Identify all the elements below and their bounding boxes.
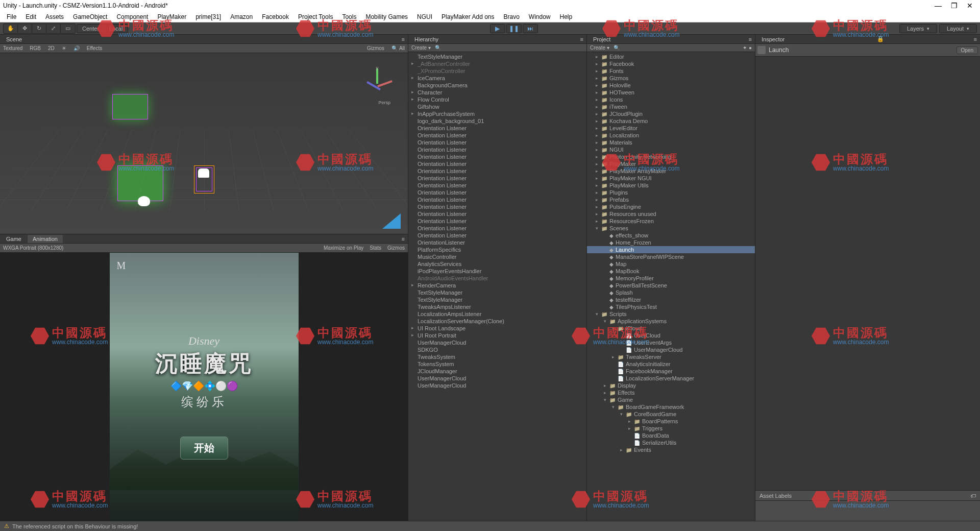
hierarchy-item[interactable]: TextStyleManager <box>408 296 586 303</box>
minimize-button[interactable]: — <box>935 2 942 10</box>
project-item[interactable]: ▸Kochava Demo <box>587 117 755 125</box>
project-item[interactable]: FacebookManager <box>587 368 755 375</box>
expand-icon[interactable]: ▸ <box>594 140 599 145</box>
project-item[interactable]: ▾CoreBoardGame <box>587 411 755 418</box>
project-item[interactable]: ▸Triggers <box>587 425 755 432</box>
rotate-tool[interactable]: ↻ <box>32 24 46 33</box>
project-item[interactable]: ▸NGUI <box>587 146 755 153</box>
hierarchy-item[interactable]: UserManagerCloud <box>408 375 586 382</box>
project-item[interactable]: ▸Events <box>587 446 755 453</box>
project-item[interactable]: ▾iCloud <box>587 325 755 332</box>
expand-icon[interactable]: ▾ <box>602 397 607 402</box>
expand-icon[interactable]: ▸ <box>594 204 599 209</box>
project-item[interactable]: ▸Editor <box>587 53 755 60</box>
expand-icon[interactable]: ▸ <box>594 211 599 216</box>
expand-icon[interactable]: ▸ <box>594 183 599 188</box>
expand-icon[interactable]: ▸ <box>594 61 599 66</box>
hand-tool[interactable]: ✋ <box>4 24 18 33</box>
axis-gizmo[interactable] <box>362 68 393 99</box>
panel-lock-icon[interactable]: 🔒 <box>874 35 887 43</box>
expand-icon[interactable]: ▸ <box>594 154 599 159</box>
animation-tab[interactable]: Animation <box>28 235 63 243</box>
layers-dropdown[interactable]: Layers <box>899 24 937 33</box>
hierarchy-item[interactable]: TextStyleManager <box>408 53 586 60</box>
project-item[interactable]: testeffilzer <box>587 296 755 303</box>
scene-effects[interactable]: Effects <box>87 45 102 51</box>
project-item[interactable]: LocalizationServerManager <box>587 375 755 382</box>
project-filter-icon[interactable]: ● <box>749 45 752 51</box>
project-item[interactable]: PowerBallTestScene <box>587 282 755 289</box>
expand-icon[interactable]: ▸ <box>594 83 599 88</box>
hierarchy-item[interactable]: BackgroundCamera <box>408 82 586 89</box>
menu-tools[interactable]: Tools <box>337 12 361 21</box>
scene-shading[interactable]: Textured <box>3 45 22 51</box>
project-item[interactable]: ▸Materials <box>587 139 755 146</box>
hierarchy-search[interactable]: 🔍 <box>435 45 583 51</box>
hierarchy-item[interactable]: UI Root Landscape <box>408 325 586 332</box>
project-item[interactable]: ▸Resources unused <box>587 210 755 218</box>
project-item[interactable]: ▸iTween <box>587 103 755 110</box>
project-create[interactable]: Create ▾ <box>590 45 609 51</box>
expand-icon[interactable]: ▸ <box>602 390 607 395</box>
project-item[interactable]: UserCloud <box>587 332 755 339</box>
project-item[interactable]: ▸Gizmos <box>587 75 755 82</box>
game-aspect-dropdown[interactable]: WXGA Portrait (800x1280) <box>3 245 63 251</box>
panel-menu-icon[interactable]: ≡ <box>746 35 755 43</box>
open-button[interactable]: Open <box>957 46 978 54</box>
project-search[interactable]: 🔍 <box>614 45 741 51</box>
hierarchy-item[interactable]: Orientation Listener <box>408 146 586 153</box>
menu-bravo[interactable]: Bravo <box>499 12 524 21</box>
menu-edit[interactable]: Edit <box>21 12 41 21</box>
hierarchy-item[interactable]: _AdBannerController <box>408 60 586 67</box>
expand-icon[interactable]: ▸ <box>594 168 599 174</box>
hierarchy-item[interactable]: Orientation Listener <box>408 189 586 196</box>
project-item[interactable]: AnalyticsInitializer <box>587 360 755 368</box>
expand-icon[interactable]: ▾ <box>610 326 616 331</box>
expand-icon[interactable]: ▸ <box>594 118 599 124</box>
project-item[interactable]: ▸Icons <box>587 96 755 103</box>
project-tab[interactable]: Project <box>588 35 616 43</box>
hierarchy-item[interactable]: Flow Control <box>408 96 586 103</box>
hierarchy-item[interactable]: Orientation Listener <box>408 132 586 139</box>
project-item[interactable]: ▾BoardGameFramework <box>587 403 755 411</box>
scene-light-icon[interactable]: ☀ <box>62 45 66 51</box>
hierarchy-item[interactable]: AndroidAudioEventsHandler <box>408 275 586 282</box>
project-item[interactable]: MapBook <box>587 268 755 275</box>
project-item[interactable]: ▸Plugins <box>587 189 755 196</box>
expand-icon[interactable]: ▾ <box>619 412 624 417</box>
project-item[interactable]: ▸Fonts <box>587 67 755 75</box>
project-item[interactable]: ▾Scenes <box>587 225 755 232</box>
menu-window[interactable]: Window <box>524 12 555 21</box>
hierarchy-item[interactable]: Character <box>408 89 586 96</box>
hierarchy-item[interactable]: LocalizationAmpsListener <box>408 310 586 318</box>
project-item[interactable]: TilesPhysicsTest <box>587 303 755 310</box>
step-button[interactable]: ⏭ <box>523 24 538 33</box>
project-item[interactable]: ▸Photon Unity Networking <box>587 153 755 160</box>
hierarchy-item[interactable]: Orientation Listener <box>408 153 586 160</box>
expand-icon[interactable]: ▸ <box>594 76 599 81</box>
hierarchy-item[interactable]: TweaksAmpsListener <box>408 303 586 310</box>
expand-icon[interactable]: ▾ <box>594 226 599 231</box>
hierarchy-item[interactable]: Orientation Listener <box>408 167 586 175</box>
menu-assets[interactable]: Assets <box>41 12 68 21</box>
hierarchy-item[interactable]: TweaksSystem <box>408 353 586 360</box>
menu-file[interactable]: File <box>2 12 21 21</box>
hierarchy-item[interactable]: Orientation Listener <box>408 225 586 232</box>
scene-search[interactable]: 🔍All <box>391 45 405 51</box>
hierarchy-item[interactable]: Orientation Listener <box>408 139 586 146</box>
hierarchy-item[interactable]: AnalyticsServices <box>408 260 586 268</box>
project-item[interactable]: UserEventArgs <box>587 339 755 346</box>
expand-icon[interactable]: ▸ <box>594 104 599 109</box>
expand-icon[interactable]: ▸ <box>627 426 632 431</box>
hierarchy-item[interactable]: logo_dark_background_01 <box>408 117 586 125</box>
hierarchy-item[interactable]: _XPromoController <box>408 67 586 75</box>
scene-rgb[interactable]: RGB <box>30 45 41 51</box>
expand-icon[interactable]: ▸ <box>594 68 599 74</box>
project-item[interactable]: ▸Effects <box>587 389 755 396</box>
project-item[interactable]: ▸HOTween <box>587 89 755 96</box>
hierarchy-item[interactable]: MusicController <box>408 253 586 260</box>
scene-gizmos[interactable]: Gizmos <box>367 45 384 51</box>
hierarchy-item[interactable]: Orientation Listener <box>408 218 586 225</box>
menu-facebook[interactable]: Facebook <box>257 12 293 21</box>
menu-amazon[interactable]: Amazon <box>226 12 257 21</box>
